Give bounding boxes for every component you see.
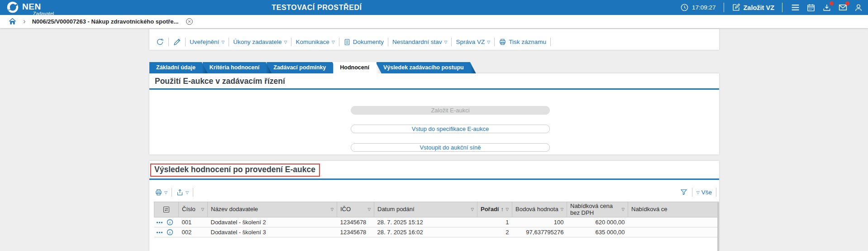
header-ico[interactable]: IČO▽ (337, 202, 374, 217)
cell-nazev-dodavatele: Dodavatel - školení 3 (208, 227, 337, 237)
section-underline (149, 88, 719, 90)
topbar-separator (782, 3, 782, 12)
create-vz-label: Založit VZ (744, 4, 774, 11)
filter-icon: ▽ (621, 208, 625, 212)
brand-name: NEN (22, 2, 54, 11)
toolbar-separator (339, 38, 339, 46)
dropdown-icon: ▽ (221, 40, 224, 44)
top-bar: NEN Zadavatel TESTOVACÍ PROSTŘEDÍ 17:09:… (0, 0, 868, 15)
header-nabidkova-cena-2[interactable]: Nabídková ce (628, 202, 720, 217)
create-vz-button[interactable]: Založit VZ (732, 3, 774, 12)
refresh-button[interactable] (156, 38, 164, 46)
chevron-right-icon: › (23, 17, 26, 25)
column-settings-icon (162, 206, 170, 213)
grid-toolbar: ▽ ▽ ▽ Vše (149, 186, 719, 198)
menu-dokumenty[interactable]: Dokumenty (343, 39, 384, 46)
nen-logo[interactable]: NEN Zadavatel (6, 1, 54, 16)
dropdown-icon: ▽ (186, 190, 189, 195)
cell-datum-podani: 28. 7. 2025 16:02 (374, 227, 477, 237)
table-row[interactable]: 001 Dodavatel - školení 2 12345678 28. 7… (154, 217, 720, 227)
close-tab-button[interactable] (186, 18, 193, 25)
result-table: Číslo▽ Název dodavatele▽ IČO▽ Datum podá… (154, 202, 719, 237)
menu-uverejneni[interactable]: Uveřejnění▽ (190, 39, 224, 45)
row-info-icon[interactable] (167, 219, 173, 226)
filter-all-label: Vše (701, 189, 712, 196)
printer-icon (499, 38, 506, 46)
header-bodova-hodnota[interactable]: Bodová hodnota▽ (512, 202, 567, 217)
row-info-icon[interactable] (167, 229, 173, 236)
dropdown-icon: ▽ (444, 40, 448, 44)
menu-sprava-vz[interactable]: Správa VZ▽ (456, 39, 490, 45)
calendar-icon (806, 3, 816, 12)
dropdown-icon: ▽ (164, 190, 167, 195)
cell-nazev-dodavatele: Dodavatel - školení 2 (208, 217, 337, 227)
tab-kriteria-hodnoceni[interactable]: Kritéria hodnocení (203, 62, 272, 73)
home-button[interactable] (8, 17, 17, 26)
table-row[interactable]: 002 Dodavatel - školení 3 12345678 28. 7… (154, 227, 720, 237)
table-header-row: Číslo▽ Název dodavatele▽ IČO▽ Datum podá… (154, 202, 720, 217)
record-tabs: Základní údaje Kritéria hodnocení Zadáva… (149, 62, 471, 73)
tab-vysledek-zadavaciho-postupu[interactable]: Výsledek zadávacího postupu (377, 62, 476, 73)
table-vertical-scrollbar[interactable] (717, 203, 719, 251)
toolbar-separator (193, 188, 193, 197)
cell-nabidkova-cena-2 (628, 227, 720, 237)
grid-filter-all-button[interactable]: ▽ Vše (696, 189, 712, 196)
tab-zadavaci-podminky[interactable]: Zadávací podmínky (267, 62, 338, 73)
toolbar-separator (716, 188, 716, 197)
dropdown-icon: ▽ (696, 190, 700, 195)
zalozit-eaukci-button[interactable]: Založit E-aukci (351, 106, 550, 115)
edit-button[interactable] (173, 38, 181, 46)
toolbar-separator (168, 38, 169, 46)
compose-icon (732, 3, 740, 12)
grid-print-button[interactable]: ▽ (155, 188, 167, 196)
breadcrumb-title[interactable]: N006/25/V00007263 - Nákup zdravotnického… (32, 18, 179, 25)
column-settings-header[interactable] (154, 202, 179, 217)
vstup-do-specifikace-button[interactable]: Vstup do specifikace E-aukce (351, 125, 550, 133)
row-menu-icon[interactable] (156, 221, 163, 224)
row-menu-icon[interactable] (156, 231, 163, 234)
header-datum-podani[interactable]: Datum podání▽ (374, 202, 477, 217)
downloads-button[interactable] (822, 3, 832, 13)
cell-cislo: 001 (179, 217, 208, 227)
filter-icon: ▽ (201, 208, 204, 212)
nen-logo-icon (6, 1, 19, 14)
toolbar-separator (692, 188, 692, 197)
record-toolbar-panel: Uveřejnění▽ Úkony zadavatele▽ Komunikace… (149, 29, 719, 50)
printer-icon (155, 188, 162, 196)
toolbar-separator (451, 38, 452, 46)
topbar-separator (724, 3, 724, 12)
vstoupit-do-aukcni-sine-button[interactable]: Vstoupit do aukční síně (351, 143, 550, 152)
menu-button[interactable] (790, 3, 800, 13)
clock-icon (680, 3, 689, 12)
cell-nabidkova-cena: 620 000,00 (567, 217, 628, 227)
header-nazev-dodavatele[interactable]: Název dodavatele▽ (208, 202, 337, 217)
menu-tisk-zaznamu[interactable]: Tisk záznamu (499, 38, 546, 46)
menu-komunikace[interactable]: Komunikace▽ (296, 39, 334, 45)
tab-zakladni-udaje[interactable]: Základní údaje (149, 62, 208, 73)
toolbar-separator (388, 38, 388, 46)
header-nabidkova-cena-bez-dph[interactable]: Nabídková cena bez DPH▽ (567, 202, 628, 217)
header-poradi[interactable]: Pořadí↑▽ (477, 202, 512, 217)
messages-notification-dot (845, 1, 849, 5)
toolbar-separator (291, 38, 291, 46)
section-underline (149, 179, 719, 180)
header-cislo[interactable]: Číslo▽ (179, 202, 208, 217)
calendar-button[interactable] (806, 3, 816, 13)
filter-icon: ▽ (367, 208, 371, 212)
result-title-highlight-box: Výsledek hodnocení po provedení E-aukce (150, 164, 320, 177)
cell-cislo: 002 (179, 227, 208, 237)
home-icon (8, 17, 17, 26)
cell-bodova-hodnota: 100 (512, 217, 567, 227)
tab-hodnoceni[interactable]: Hodnocení (333, 62, 382, 73)
grid-export-button[interactable]: ▽ (176, 188, 189, 196)
toolbar-separator (185, 38, 186, 46)
menu-ukony-zadavatele[interactable]: Úkony zadavatele▽ (233, 39, 287, 45)
messages-button[interactable] (838, 3, 848, 13)
eauction-section-title: Použití E-aukce v zadávacím řízení (149, 73, 719, 88)
menu-nestandardni-stav[interactable]: Nestandardní stav▽ (392, 39, 447, 45)
grid-filter-button[interactable] (680, 188, 688, 196)
export-icon (176, 188, 184, 196)
cell-ico: 12345678 (337, 227, 374, 237)
cell-bodova-hodnota: 97,637795276 (512, 227, 567, 237)
user-profile-button[interactable] (854, 3, 863, 13)
